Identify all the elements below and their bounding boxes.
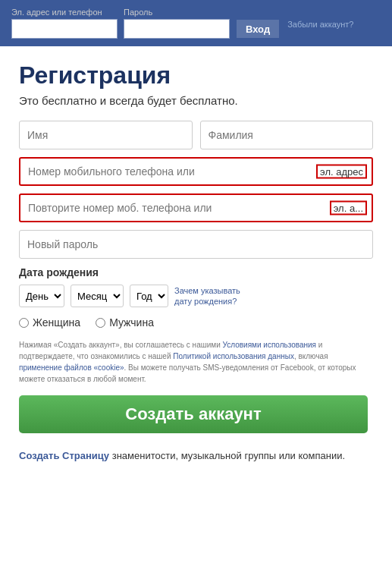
name-row [19, 121, 373, 149]
password-label: Пароль [124, 8, 230, 17]
last-name-input[interactable] [200, 121, 374, 149]
gender-male-option[interactable]: Мужчина [96, 316, 154, 329]
phone-email-field-row: эл. адрес [19, 157, 373, 186]
day-select[interactable]: День [19, 285, 64, 307]
gender-male-label: Мужчина [109, 316, 154, 329]
email-field-group: Эл. адрес или телефон [11, 8, 118, 39]
create-page-section: Создать Страницу знаменитости, музыкальн… [19, 448, 373, 464]
password-input[interactable] [124, 19, 230, 39]
registration-subtitle: Это бесплатно и всегда будет бесплатно. [19, 94, 373, 107]
gender-female-label: Женщина [33, 316, 80, 329]
main-content: Регистрация Это бесплатно и всегда будет… [0, 46, 392, 479]
gender-female-option[interactable]: Женщина [19, 316, 80, 329]
legal-text: Нажимая «Создать аккаунт», вы соглашаете… [19, 339, 373, 385]
cookies-link[interactable]: применение файлов «cookie» [19, 363, 124, 372]
phone-email-input[interactable] [19, 157, 373, 186]
birthday-row: День Месяц Год Зачем указывать дату рожд… [19, 285, 373, 307]
forgot-link[interactable]: Забыли аккаунт? [287, 20, 353, 29]
year-select[interactable]: Год [130, 285, 168, 307]
privacy-link[interactable]: Политикой использования данных [173, 352, 294, 360]
create-account-button[interactable]: Создать аккаунт [19, 395, 368, 433]
create-page-text: знаменитости, музыкальной группы или ком… [112, 450, 345, 461]
new-password-input[interactable] [19, 230, 373, 259]
first-name-input[interactable] [19, 121, 193, 149]
terms-link[interactable]: Условиями использования [223, 341, 316, 349]
password-field-row [19, 230, 373, 259]
repeat-input[interactable] [19, 193, 373, 222]
header: Эл. адрес или телефон Пароль Вход Забыли… [0, 0, 392, 46]
month-select[interactable]: Месяц [71, 285, 124, 307]
gender-male-radio[interactable] [96, 318, 105, 328]
gender-row: Женщина Мужчина [19, 316, 373, 329]
email-label: Эл. адрес или телефон [11, 8, 118, 17]
create-page-link[interactable]: Создать Страницу [19, 450, 109, 461]
header-fields: Эл. адрес или телефон Пароль Вход [11, 8, 280, 39]
gender-female-radio[interactable] [19, 318, 29, 328]
birthday-label: Дата рождения [19, 266, 373, 278]
password-field-group: Пароль [124, 8, 230, 39]
email-input[interactable] [11, 19, 118, 39]
header-right: Забыли аккаунт? [287, 17, 353, 29]
repeat-field-row: эл. а... [19, 193, 373, 222]
birthday-hint-link[interactable]: Зачем указывать дату рождения? [174, 285, 258, 307]
registration-title: Регистрация [19, 61, 373, 90]
login-button[interactable]: Вход [236, 19, 280, 39]
